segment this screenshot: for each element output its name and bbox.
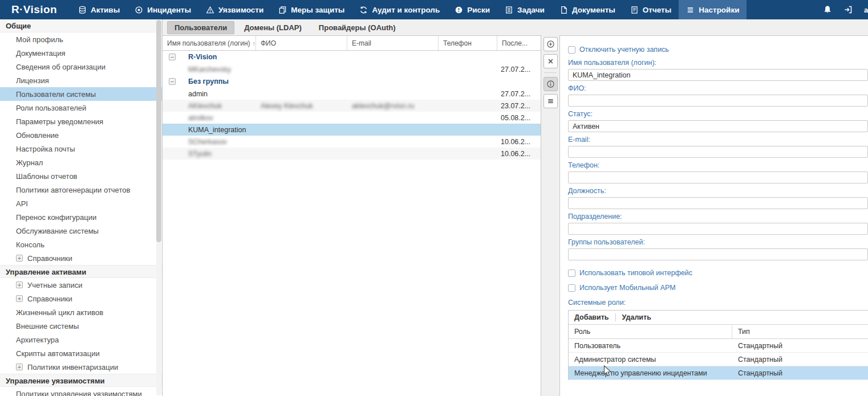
sidebar-item[interactable]: Обслуживание системы (0, 224, 162, 238)
delete-record-button[interactable] (543, 54, 558, 68)
mobile-arm-checkbox[interactable]: Использует Мобильный АРМ (568, 282, 868, 293)
sidebar-item[interactable]: Скрипты автоматизации (0, 346, 162, 360)
sidebar-item[interactable]: Политики автогенерации отчетов (0, 183, 162, 197)
nav-item[interactable]: Задачи (497, 0, 552, 19)
collapse-minus-icon[interactable]: − (169, 54, 176, 60)
sidebar-item[interactable]: +Учетные записи (0, 278, 162, 292)
checkbox-box[interactable] (568, 284, 575, 292)
add-role-button[interactable]: Добавить (574, 313, 609, 321)
sidebar-item[interactable]: Журнал (0, 156, 162, 169)
nav-item[interactable]: Активы (71, 0, 127, 19)
logout-icon[interactable] (843, 5, 853, 14)
sidebar-item[interactable]: Шаблоны отчетов (0, 169, 162, 183)
sidebar-item[interactable]: Документация (0, 46, 162, 60)
nav-item[interactable]: Меры защиты (271, 0, 352, 19)
nav-item[interactable]: Настройки (679, 0, 747, 19)
nav-item[interactable]: Уязвимости (198, 0, 271, 19)
users-column-header[interactable]: После... (497, 36, 541, 50)
sidebar-scrollbar-thumb[interactable] (156, 20, 161, 242)
checkbox-box[interactable] (568, 270, 575, 277)
sidebar-item[interactable]: Роли пользователей (0, 101, 162, 115)
sidebar-section-header: Управление активами (0, 265, 162, 278)
roles-table-row[interactable]: ПользовательСтандартный (569, 339, 868, 353)
sidebar-item[interactable]: +Справочники (0, 251, 162, 265)
expand-plus-icon[interactable]: + (16, 255, 23, 262)
nav-item[interactable]: Аудит и контроль (352, 0, 447, 19)
sidebar-item[interactable]: +Справочники (0, 292, 162, 305)
notifications-bell-icon[interactable] (823, 5, 832, 14)
nav-item[interactable]: Риски (447, 0, 497, 19)
sidebar-item[interactable]: +Политики инвентаризации (0, 360, 162, 374)
remove-role-button[interactable]: Удалить (622, 313, 651, 321)
sidebar-item[interactable]: API (0, 197, 162, 210)
sidebar-item[interactable]: Внешние системы (0, 319, 162, 333)
nav-item[interactable]: Инциденты (127, 0, 198, 19)
expand-plus-icon[interactable]: + (16, 295, 23, 302)
add-record-button[interactable] (543, 37, 558, 51)
info-button[interactable] (543, 77, 558, 91)
user-detail-panel: Отключить учетную запись Имя пользовател… (559, 35, 868, 396)
detail-field: Группы пользователей: (568, 238, 868, 260)
tab[interactable]: Домены (LDAP) (237, 21, 309, 34)
checkbox-box[interactable] (568, 46, 575, 54)
sidebar-item-label: Сведения об организации (16, 63, 106, 71)
nav-item[interactable]: Отчеты (623, 0, 679, 19)
login-input[interactable] (568, 69, 868, 81)
users-column-header[interactable]: ФИО (256, 36, 347, 50)
sidebar-item[interactable]: Архитектура (0, 333, 162, 346)
group-label: R-Vision (188, 53, 217, 61)
users-table-row[interactable]: atrolkov05.08.2... (163, 112, 541, 124)
users-group-row[interactable]: −Без группы (163, 75, 541, 88)
sidebar-item[interactable]: Пользователи системы (0, 87, 162, 101)
users-column-header[interactable]: Телефон (439, 36, 497, 50)
sidebar-item[interactable]: Сведения об организации (0, 60, 162, 74)
status-input[interactable] (568, 120, 868, 132)
checkbox-label: Использует Мобильный АРМ (579, 284, 676, 292)
disable-account-checkbox[interactable]: Отключить учетную запись (568, 44, 868, 55)
tab[interactable]: Пользователи (167, 21, 234, 34)
expand-plus-icon[interactable]: + (16, 364, 23, 370)
users-column-header[interactable]: Имя пользователя (логин)↑ (163, 36, 256, 50)
users-table-row[interactable]: MKarchevsky27.07.2... (163, 63, 541, 75)
close-icon (546, 57, 555, 66)
sidebar-item-label: Лицензия (16, 76, 49, 85)
sidebar-item[interactable]: Лицензия (0, 74, 162, 87)
roles-table-row[interactable]: Менеджер по управлению инцидентамиСтанда… (569, 366, 868, 380)
users-table-row[interactable]: AKlevchukAlexey Klevchukaklevchuk@rvisn.… (163, 100, 541, 112)
sidebar-item[interactable]: Перенос конфигурации (0, 210, 162, 224)
users-table-row[interactable]: KUMA_integration (163, 124, 541, 136)
sidebar-item-label: Справочники (27, 295, 72, 303)
users-table-row[interactable]: SCherkasov10.06.2... (163, 136, 541, 148)
department-input[interactable] (568, 223, 868, 235)
users-column-header[interactable]: E-mail (347, 36, 439, 50)
users-group-row[interactable]: −R-Vision (163, 51, 541, 63)
roles-column-header[interactable]: Роль (569, 325, 732, 338)
sidebar-item[interactable]: Мой профиль (0, 32, 162, 46)
sidebar-item[interactable]: Политики управления уязвимостями (0, 387, 162, 396)
content-row: Имя пользователя (логин)↑ФИОE-mailТелефо… (163, 35, 868, 396)
typical-interface-checkbox[interactable]: Использовать типовой интерфейс (568, 267, 868, 279)
sidebar-item[interactable]: Жизненный цикл активов (0, 305, 162, 319)
user-groups-input[interactable] (568, 248, 868, 260)
phone-input[interactable] (568, 172, 868, 183)
sidebar-item[interactable]: Параметры уведомления (0, 115, 162, 128)
collapse-minus-icon[interactable]: − (169, 78, 176, 85)
fio-input[interactable] (568, 95, 868, 107)
users-table-row[interactable]: admin27.07.2... (163, 88, 541, 100)
nav-item[interactable]: Документы (552, 0, 623, 19)
list-view-button[interactable] (543, 94, 558, 108)
detail-field: Статус: (568, 110, 868, 132)
tab[interactable]: Провайдеры (OAuth) (311, 21, 403, 34)
roles-column-header[interactable]: Тип (732, 325, 868, 338)
email-input[interactable] (568, 146, 868, 158)
expand-plus-icon[interactable]: + (16, 281, 23, 288)
sidebar-item[interactable]: Настройка почты (0, 142, 162, 156)
user-fio-cell: Alexey Klevchuk (256, 102, 347, 110)
sidebar-scrollbar[interactable] (156, 20, 161, 395)
user-name-fragment: a (864, 6, 868, 14)
position-input[interactable] (568, 197, 868, 209)
sidebar-item[interactable]: Консоль (0, 238, 162, 251)
sidebar-item[interactable]: Обновление (0, 128, 162, 142)
users-table-row[interactable]: STyulin10.06.2... (163, 148, 541, 160)
roles-table-row[interactable]: Администратор системыСтандартный (569, 353, 868, 366)
